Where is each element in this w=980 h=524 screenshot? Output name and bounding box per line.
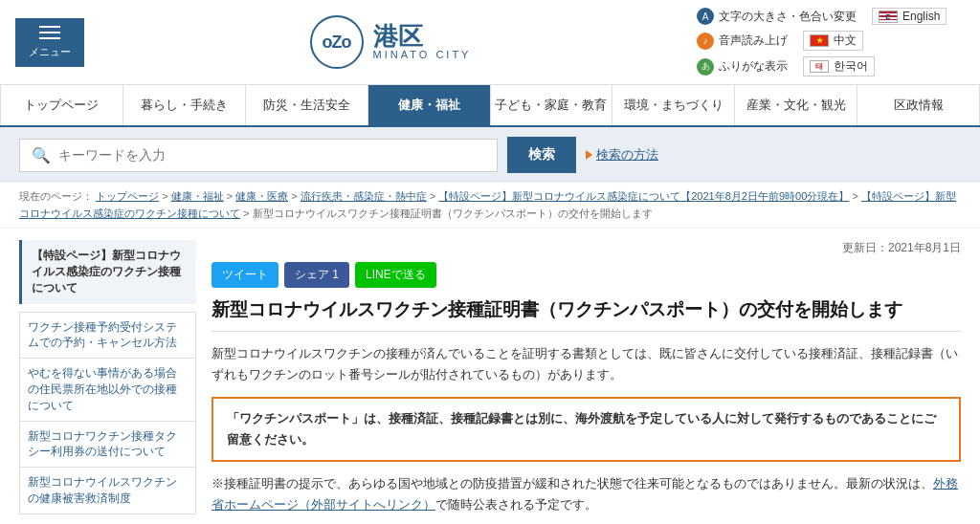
- english-btn[interactable]: E English: [872, 8, 947, 25]
- audio-label: 音声読み上げ: [719, 33, 788, 49]
- english-label: English: [902, 10, 940, 23]
- list-item: やむを得ない事情がある場合の住民票所在地以外での接種について: [20, 359, 195, 421]
- breadcrumb-sep: >: [162, 190, 170, 202]
- accessibility-row: A 文字の大きさ・色合い変更 E English: [697, 8, 965, 25]
- facebook-button[interactable]: シェア 1: [284, 262, 349, 288]
- sidebar-link-3[interactable]: 新型コロナワクチン接種タクシー利用券の送付について: [20, 422, 195, 468]
- breadcrumb-current: 新型コロナウイルスワクチン接種証明書（ワクチンパスポート）の交付を開始します: [253, 207, 653, 219]
- nav-item-children[interactable]: 子ども・家庭・教育: [491, 85, 613, 125]
- list-item: 新型コロナウイルスワクチンの健康被害救済制度: [20, 468, 195, 513]
- furigana-label: ふりがな表示: [719, 58, 788, 75]
- menu-bar: [39, 26, 60, 28]
- logo-circle: oZo: [310, 15, 364, 69]
- breadcrumb-sep: >: [243, 207, 252, 219]
- furigana-icon: あ: [697, 58, 714, 76]
- line-button[interactable]: LINEで送る: [355, 262, 436, 288]
- korean-flag-icon: 태: [810, 60, 829, 73]
- nav-link-life[interactable]: 暮らし・手続き: [123, 85, 245, 125]
- note-suffix: で随時公表される予定です。: [435, 497, 597, 512]
- nav-link-health[interactable]: 健康・福祉: [368, 85, 490, 125]
- search-icon: 🔍: [32, 146, 51, 164]
- highlight-text: 「ワクチンパスポート」は、接種済証、接種記録書とは別に、海外渡航を予定している人…: [227, 411, 936, 447]
- furigana-row: あ ふりがな表示 태 한국어: [697, 56, 965, 76]
- header-center: oZo 港区 MINATO CITY: [310, 15, 472, 69]
- breadcrumb-link-covid[interactable]: 【特設ページ】新型コロナウイルス感染症について【2021年8月2日午前9時00分…: [438, 190, 849, 202]
- breadcrumb-sep: >: [291, 190, 300, 202]
- breadcrumb-link-medical[interactable]: 健康・医療: [235, 190, 288, 202]
- list-item: 新型コロナワクチン接種タクシー利用券の送付について: [20, 422, 195, 469]
- breadcrumb: 現在のページ： トップページ > 健康・福祉 > 健康・医療 > 流行疾患・感染…: [0, 183, 980, 229]
- content-title: 新型コロナウイルスワクチン接種証明書（ワクチンパスポート）の交付を開始します: [212, 297, 961, 332]
- header: メニュー oZo 港区 MINATO CITY A 文字の大きさ・色合い変更 E…: [0, 0, 980, 85]
- search-input[interactable]: [58, 147, 485, 163]
- content: 更新日：2021年8月1日 ツイート シェア 1 LINEで送る 新型コロナウイ…: [212, 240, 961, 515]
- header-right: A 文字の大きさ・色合い変更 E English ♪ 音声読み上げ ★ 中文 あ…: [697, 8, 965, 76]
- sidebar-title: 【特設ページ】新型コロナウイルス感染症のワクチン接種について: [19, 240, 196, 303]
- sidebar-menu: ワクチン接種予約受付システムでの予約・キャンセル方法 やむを得ない事情がある場合…: [19, 312, 196, 514]
- search-bar: 🔍 検索 検索の方法: [0, 127, 980, 183]
- breadcrumb-prefix: 現在のページ：: [19, 190, 93, 202]
- nav-item-disaster[interactable]: 防災・生活安全: [246, 85, 368, 125]
- city-sub: MINATO CITY: [373, 49, 472, 60]
- sidebar-link-4[interactable]: 新型コロナウイルスワクチンの健康被害救済制度: [20, 468, 195, 513]
- list-item: ワクチン接種予約受付システムでの予約・キャンセル方法: [20, 313, 195, 360]
- menu-bar: [39, 32, 60, 33]
- menu-label: メニュー: [29, 45, 71, 59]
- korean-btn[interactable]: 태 한국어: [803, 56, 875, 76]
- breadcrumb-sep: >: [430, 190, 438, 202]
- nav-link-disaster[interactable]: 防災・生活安全: [246, 85, 368, 125]
- nav-item-life[interactable]: 暮らし・手続き: [123, 85, 246, 125]
- english-flag-icon: E: [879, 11, 898, 23]
- nav-item-env[interactable]: 環境・まちづくり: [612, 85, 735, 125]
- breadcrumb-sep: >: [227, 190, 235, 202]
- search-button[interactable]: 検索: [507, 137, 576, 173]
- city-name-block: 港区 MINATO CITY: [373, 24, 472, 60]
- search-input-wrap: 🔍: [19, 139, 498, 172]
- korean-label: 한국어: [834, 58, 868, 75]
- menu-bar: [39, 37, 60, 39]
- nav-link-admin[interactable]: 区政情報: [858, 85, 979, 125]
- chinese-label: 中文: [834, 33, 857, 49]
- nav-item-top[interactable]: トップページ: [0, 85, 123, 125]
- furigana-btn[interactable]: あ ふりがな表示: [697, 56, 788, 76]
- nav-list: トップページ 暮らし・手続き 防災・生活安全 健康・福祉 子ども・家庭・教育 環…: [0, 85, 980, 125]
- breadcrumb-link-epidemic[interactable]: 流行疾患・感染症・熱中症: [301, 190, 427, 202]
- font-size-btn[interactable]: A 文字の大きさ・色合い変更: [697, 8, 857, 25]
- search-how-arrow-icon: [586, 150, 592, 160]
- logo-text: oZo: [323, 33, 351, 53]
- main-nav: トップページ 暮らし・手続き 防災・生活安全 健康・福祉 子ども・家庭・教育 環…: [0, 85, 980, 127]
- nav-link-top[interactable]: トップページ: [1, 85, 122, 125]
- menu-button[interactable]: メニュー: [15, 18, 84, 67]
- share-buttons: ツイート シェア 1 LINEで送る: [212, 262, 961, 288]
- main-layout: 【特設ページ】新型コロナウイルス感染症のワクチン接種について ワクチン接種予約受…: [0, 229, 980, 524]
- sidebar-link-2[interactable]: やむを得ない事情がある場合の住民票所在地以外での接種について: [20, 359, 195, 420]
- nav-link-env[interactable]: 環境・まちづくり: [612, 85, 734, 125]
- breadcrumb-link-top[interactable]: トップページ: [96, 190, 159, 202]
- lang-row: ♪ 音声読み上げ ★ 中文: [697, 31, 965, 51]
- highlight-box: 「ワクチンパスポート」は、接種済証、接種記録書とは別に、海外渡航を予定している人…: [212, 397, 961, 462]
- sidebar-link-1[interactable]: ワクチン接種予約受付システムでの予約・キャンセル方法: [20, 313, 195, 359]
- tweet-button[interactable]: ツイート: [212, 262, 278, 288]
- search-how[interactable]: 検索の方法: [586, 146, 658, 164]
- city-name: 港区: [373, 24, 423, 49]
- nav-item-admin[interactable]: 区政情報: [858, 85, 980, 125]
- note-prefix: ※接種証明書の提示で、あらゆる国や地域との防疫措置が緩和された状態で往来可能とな…: [212, 476, 933, 491]
- font-size-icon: A: [697, 8, 714, 25]
- search-how-label: 検索の方法: [596, 146, 658, 164]
- chinese-btn[interactable]: ★ 中文: [803, 31, 863, 51]
- chinese-flag-icon: ★: [810, 34, 829, 47]
- note-text: ※接種証明書の提示で、あらゆる国や地域との防疫措置が緩和された状態で往来可能とな…: [212, 473, 961, 515]
- nav-item-health[interactable]: 健康・福祉: [368, 85, 491, 125]
- font-size-label: 文字の大きさ・色合い変更: [719, 9, 857, 25]
- content-date: 更新日：2021年8月1日: [212, 240, 961, 256]
- nav-item-industry[interactable]: 産業・文化・観光: [735, 85, 858, 125]
- nav-link-industry[interactable]: 産業・文化・観光: [735, 85, 857, 125]
- audio-icon: ♪: [697, 33, 714, 50]
- header-logo-row: oZo 港区 MINATO CITY: [310, 15, 472, 69]
- audio-btn[interactable]: ♪ 音声読み上げ: [697, 31, 788, 51]
- breadcrumb-sep: >: [852, 190, 860, 202]
- header-left: メニュー: [15, 18, 84, 67]
- breadcrumb-link-health[interactable]: 健康・福祉: [171, 190, 224, 202]
- sidebar: 【特設ページ】新型コロナウイルス感染症のワクチン接種について ワクチン接種予約受…: [19, 240, 196, 515]
- nav-link-children[interactable]: 子ども・家庭・教育: [491, 85, 612, 125]
